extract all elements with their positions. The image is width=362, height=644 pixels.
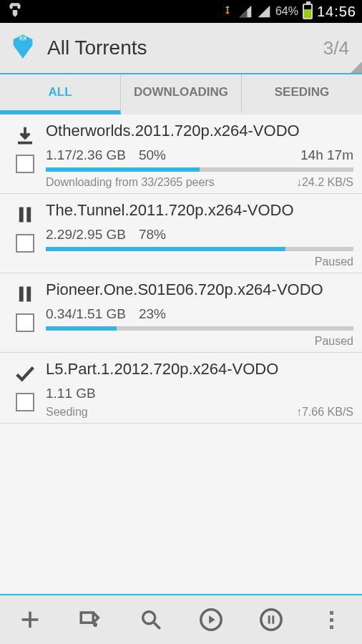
signal-icon-2 xyxy=(257,4,271,19)
state-done-icon[interactable] xyxy=(12,363,38,384)
battery-icon xyxy=(303,4,313,19)
status-notification-icon xyxy=(6,1,24,23)
torrent-status: Seeding xyxy=(46,406,88,419)
svg-rect-5 xyxy=(26,208,31,223)
select-checkbox[interactable] xyxy=(16,155,34,173)
select-checkbox[interactable] xyxy=(16,313,34,332)
svg-rect-6 xyxy=(19,287,24,302)
svg-rect-12 xyxy=(268,615,270,623)
pause-button[interactable] xyxy=(250,598,293,641)
torrent-speed: ↓24.2 KB/S xyxy=(296,176,353,189)
tab-all[interactable]: ALL xyxy=(0,74,121,114)
torrent-size: 1.11 GB xyxy=(46,386,96,401)
torrent-speed: Paused xyxy=(315,255,353,268)
app-icon xyxy=(9,32,37,64)
tab-bar: ALLDOWNLOADINGSEEDING xyxy=(0,74,362,114)
clock: 14:56 xyxy=(317,4,356,20)
torrent-row[interactable]: Otherworlds.2011.720p.x264-VODO 1.17/2.3… xyxy=(0,114,362,194)
torrent-size: 1.17/2.36 GB xyxy=(46,147,126,163)
signal-icon xyxy=(238,4,253,19)
battery-percent: 64% xyxy=(275,5,298,18)
torrent-eta: 14h 17m xyxy=(300,147,353,163)
torrent-size: 2.29/2.95 GB xyxy=(46,227,126,243)
state-paused-icon[interactable] xyxy=(12,283,38,305)
torrent-name: L5.Part.1.2012.720p.x264-VODO xyxy=(46,360,353,379)
select-checkbox[interactable] xyxy=(16,234,34,253)
svg-rect-4 xyxy=(19,208,24,223)
torrent-speed: Paused xyxy=(315,335,353,348)
svg-rect-7 xyxy=(26,287,31,302)
label-button[interactable] xyxy=(69,598,112,641)
torrent-percent: 50% xyxy=(139,147,166,163)
torrent-row[interactable]: L5.Part.1.2012.720p.x264-VODO 1.11 GB Se… xyxy=(0,353,362,424)
app-header[interactable]: All Torrents 3/4 xyxy=(0,23,362,74)
sync-icon xyxy=(221,4,234,20)
add-button[interactable] xyxy=(9,598,52,641)
search-button[interactable] xyxy=(129,598,172,641)
svg-rect-13 xyxy=(273,615,275,623)
overflow-menu-button[interactable] xyxy=(310,598,353,641)
progress-bar xyxy=(46,326,353,331)
svg-point-11 xyxy=(261,610,281,630)
svg-rect-3 xyxy=(18,142,32,145)
svg-point-2 xyxy=(24,37,26,39)
torrent-percent: 23% xyxy=(139,306,166,322)
torrent-percent: 78% xyxy=(139,227,166,243)
resume-button[interactable] xyxy=(190,598,233,641)
svg-point-1 xyxy=(20,37,21,39)
spinner-indicator-icon[interactable] xyxy=(351,62,362,73)
svg-point-9 xyxy=(142,612,155,624)
android-status-bar: 64% 14:56 xyxy=(0,0,362,23)
bottom-toolbar xyxy=(0,594,362,644)
torrent-size: 0.34/1.51 GB xyxy=(46,306,126,322)
torrent-status: Downloading from 33/2365 peers xyxy=(46,176,215,189)
torrent-row[interactable]: Pioneer.One.S01E06.720p.x264-VODO 0.34/1… xyxy=(0,273,362,353)
state-paused-icon[interactable] xyxy=(12,204,38,225)
page-title: All Torrents xyxy=(47,36,323,59)
torrent-name: Pioneer.One.S01E06.720p.x264-VODO xyxy=(46,280,353,299)
state-downloading-icon[interactable] xyxy=(12,125,38,146)
svg-rect-8 xyxy=(82,613,94,623)
torrent-speed: ↑7.66 KB/S xyxy=(296,406,353,419)
tab-downloading[interactable]: DOWNLOADING xyxy=(121,74,242,114)
torrent-name: Otherworlds.2011.720p.x264-VODO xyxy=(46,122,353,140)
tab-seeding[interactable]: SEEDING xyxy=(242,74,362,114)
torrent-name: The.Tunnel.2011.720p.x264-VODO xyxy=(46,201,353,220)
progress-bar xyxy=(46,247,353,251)
torrent-counter: 3/4 xyxy=(323,37,349,59)
select-checkbox[interactable] xyxy=(16,393,34,411)
torrent-row[interactable]: The.Tunnel.2011.720p.x264-VODO 2.29/2.95… xyxy=(0,194,362,273)
torrent-list[interactable]: Otherworlds.2011.720p.x264-VODO 1.17/2.3… xyxy=(0,114,362,594)
progress-bar xyxy=(46,167,353,172)
